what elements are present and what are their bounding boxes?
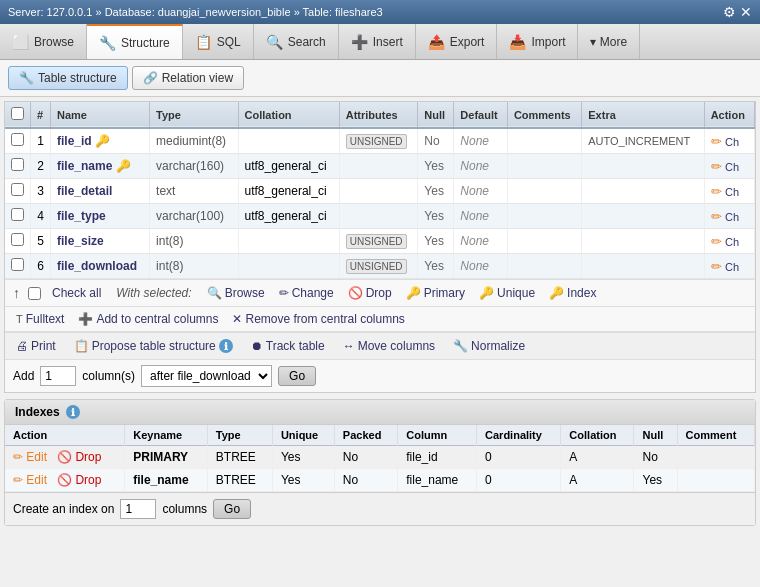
row-checkbox-4[interactable] (11, 233, 24, 246)
propose-button[interactable]: 📋 Propose table structure ℹ (71, 338, 236, 354)
idx-drop-0[interactable]: Drop (75, 450, 101, 464)
track-button[interactable]: ⏺ Track table (248, 338, 328, 354)
select-all-header (5, 102, 31, 128)
create-index-go-button[interactable]: Go (213, 499, 251, 519)
index-button[interactable]: 🔑 Index (546, 285, 599, 301)
row-checkbox-1[interactable] (11, 158, 24, 171)
idx-drop-1[interactable]: Drop (75, 473, 101, 487)
row-action-0: ✏ Ch (704, 128, 754, 154)
change-selected-button[interactable]: ✏ Change (276, 285, 337, 301)
create-index-columns-label: columns (162, 502, 207, 516)
tab-search[interactable]: 🔍 Search (254, 24, 339, 59)
idx-edit-1[interactable]: ✏ Edit (13, 473, 47, 487)
tab-structure[interactable]: 🔧 Structure (87, 24, 183, 59)
change-link-1[interactable]: Ch (725, 161, 739, 173)
subtab-relation-view[interactable]: 🔗 Relation view (132, 66, 244, 90)
row-type-2: text (150, 179, 238, 204)
edit-icon-2[interactable]: ✏ (711, 184, 722, 199)
unique-button[interactable]: 🔑 Unique (476, 285, 538, 301)
add-column-input[interactable] (40, 366, 76, 386)
idx-type-0: BTREE (207, 446, 272, 469)
row-null-5: Yes (418, 254, 454, 279)
row-default-4: None (454, 229, 508, 254)
row-default-0: None (454, 128, 508, 154)
table-structure-icon: 🔧 (19, 71, 34, 85)
col-collation: Collation (238, 102, 339, 128)
row-extra-3 (582, 204, 704, 229)
subtab-table-structure[interactable]: 🔧 Table structure (8, 66, 128, 90)
row-type-4: int(8) (150, 229, 238, 254)
row-checkbox-0[interactable] (11, 133, 24, 146)
row-extra-1 (582, 154, 704, 179)
idx-col-comment: Comment (677, 425, 754, 446)
change-link-4[interactable]: Ch (725, 236, 739, 248)
subtab-table-structure-label: Table structure (38, 71, 117, 85)
tab-insert[interactable]: ➕ Insert (339, 24, 416, 59)
row-num-4: 5 (31, 229, 51, 254)
change-link-2[interactable]: Ch (725, 186, 739, 198)
tab-import[interactable]: 📥 Import (497, 24, 578, 59)
col-default: Default (454, 102, 508, 128)
row-extra-2 (582, 179, 704, 204)
edit-icon-1[interactable]: ✏ (711, 159, 722, 174)
move-columns-button[interactable]: ↔ Move columns (340, 338, 438, 354)
primary-button[interactable]: 🔑 Primary (403, 285, 468, 301)
close-icon[interactable]: ✕ (740, 4, 752, 20)
main-content: # Name Type Collation Attributes Null De… (4, 101, 756, 393)
edit-icon-5[interactable]: ✏ (711, 259, 722, 274)
field-key-icon-0: 🔑 (95, 134, 110, 148)
edit-icon-3[interactable]: ✏ (711, 209, 722, 224)
tab-sql[interactable]: 📋 SQL (183, 24, 254, 59)
remove-central-label: Remove from central columns (245, 312, 404, 326)
edit-icon-4[interactable]: ✏ (711, 234, 722, 249)
create-index-input[interactable] (120, 499, 156, 519)
col-action: Action (704, 102, 754, 128)
propose-icon: 📋 (74, 339, 89, 353)
add-column-row: Add column(s) after file_download Go (5, 359, 755, 392)
row-action-1: ✏ Ch (704, 154, 754, 179)
edit-icon-0[interactable]: ✏ (711, 134, 722, 149)
tab-browse[interactable]: ⬜ Browse (0, 24, 87, 59)
row-attributes-1 (339, 154, 418, 179)
row-checkbox-3[interactable] (11, 208, 24, 221)
check-all-button[interactable]: Check all (49, 285, 104, 301)
after-column-select[interactable]: after file_download (141, 365, 272, 387)
tab-sql-label: SQL (217, 35, 241, 49)
row-name-1: file_name 🔑 (51, 154, 150, 179)
drop-selected-button[interactable]: 🚫 Drop (345, 285, 395, 301)
unique-icon: 🔑 (479, 286, 494, 300)
idx-col-cardinality: Cardinality (477, 425, 561, 446)
idx-col-column: Column (398, 425, 477, 446)
tab-more[interactable]: ▾ More (578, 24, 640, 59)
change-link-5[interactable]: Ch (725, 261, 739, 273)
idx-collation-0: A (561, 446, 634, 469)
idx-unique-1: Yes (272, 469, 334, 492)
change-link-0[interactable]: Ch (725, 136, 739, 148)
change-link-3[interactable]: Ch (725, 211, 739, 223)
idx-collation-1: A (561, 469, 634, 492)
add-central-button[interactable]: ➕ Add to central columns (75, 311, 221, 327)
add-column-go-button[interactable]: Go (278, 366, 316, 386)
print-button[interactable]: 🖨 Print (13, 338, 59, 354)
row-checkbox-5[interactable] (11, 258, 24, 271)
row-checkbox-2[interactable] (11, 183, 24, 196)
browse-selected-button[interactable]: 🔍 Browse (204, 285, 268, 301)
row-type-3: varchar(100) (150, 204, 238, 229)
row-collation-2: utf8_general_ci (238, 179, 339, 204)
idx-col-null: Null (634, 425, 677, 446)
col-name: Name (51, 102, 150, 128)
select-all-checkbox[interactable] (11, 107, 24, 120)
check-all-checkbox[interactable] (28, 287, 41, 300)
normalize-button[interactable]: 🔧 Normalize (450, 338, 528, 354)
tab-export[interactable]: 📤 Export (416, 24, 498, 59)
idx-edit-0[interactable]: ✏ Edit (13, 450, 47, 464)
fulltext-button[interactable]: T Fulltext (13, 311, 67, 327)
row-num-3: 4 (31, 204, 51, 229)
settings-icon[interactable]: ⚙ (723, 4, 736, 20)
row-collation-3: utf8_general_ci (238, 204, 339, 229)
toolbar-row2: T Fulltext ➕ Add to central columns ✕ Re… (5, 307, 755, 332)
remove-central-button[interactable]: ✕ Remove from central columns (229, 311, 407, 327)
idx-keyname-0: PRIMARY (125, 446, 208, 469)
idx-row: ✏ Edit 🚫 Drop PRIMARY BTREE Yes No file_… (5, 446, 755, 469)
row-action-5: ✏ Ch (704, 254, 754, 279)
